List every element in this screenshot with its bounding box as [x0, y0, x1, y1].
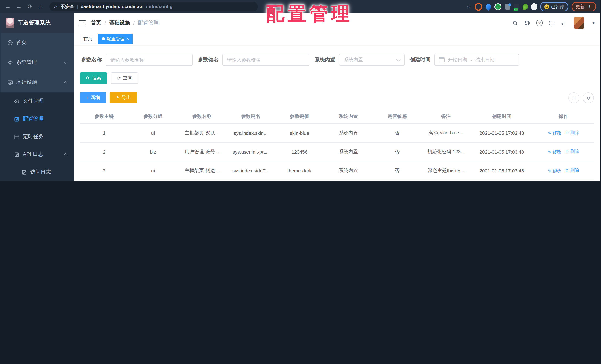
extension-orange-ring-icon[interactable] — [474, 3, 482, 10]
avatar[interactable] — [574, 17, 584, 29]
cell-actions: ✎修改删除 — [533, 180, 594, 181]
browser-actions: ☆ ✓ cn 已暂停 更新 ⋮ — [467, 2, 596, 11]
browser-update-button[interactable]: 更新 ⋮ — [572, 2, 596, 11]
breadcrumb-home[interactable]: 首页 — [91, 20, 101, 26]
browser-home-icon[interactable]: ⌂ — [37, 0, 45, 13]
font-size-icon[interactable] — [561, 20, 566, 26]
browser-back-icon[interactable]: ← — [4, 0, 12, 13]
browser-menu-icon[interactable]: ⋮ — [588, 4, 592, 9]
extension-grey-icon[interactable] — [505, 4, 510, 10]
app-logo-row[interactable]: 芋道管理系统 — [0, 13, 74, 32]
extension-green-check-icon[interactable]: ✓ — [494, 3, 501, 10]
cell-key: sys.index.sideT... — [226, 161, 275, 180]
trash-icon — [565, 131, 569, 135]
export-button[interactable]: 导出 — [110, 92, 137, 103]
sidebar-item-config-manage[interactable]: 配置管理 — [0, 110, 74, 128]
paused-badge[interactable]: 已暂停 — [540, 2, 568, 11]
paused-label: 已暂停 — [551, 3, 564, 10]
refresh-table-button[interactable] — [583, 92, 594, 103]
edit-square-icon — [14, 116, 20, 122]
security-warning-icon: ⚠ — [54, 4, 58, 9]
browser-reload-icon[interactable]: ⟳ — [26, 0, 34, 13]
security-label[interactable]: 不安全 — [60, 3, 74, 10]
search-icon — [86, 76, 90, 80]
sidebar-item-system[interactable]: 系统管理 — [0, 52, 74, 72]
cell-name: 主框架页-默认... — [177, 123, 226, 142]
cell-name: 主框架页-侧边... — [177, 161, 226, 180]
table-row: 1ui主框架页-默认...sys.index.skin...skin-blue系… — [80, 123, 594, 142]
col-remark: 备注 — [421, 109, 470, 123]
cell-sensitive: 否 — [373, 161, 421, 180]
tab-config-manage[interactable]: 配置管理 × — [98, 34, 133, 44]
cell-sensitive: 否 — [373, 123, 421, 142]
delete-label: 删除 — [570, 130, 579, 136]
chevron-up-icon — [64, 153, 68, 157]
table-tools — [568, 92, 594, 103]
address-bar[interactable]: ⚠ 不安全 | dashboard.yudao.iocoder.cn/infra… — [50, 2, 258, 11]
param-key-label: 参数键名 — [198, 57, 219, 63]
export-button-label: 导出 — [122, 95, 131, 101]
search-icon[interactable] — [512, 20, 518, 26]
col-created: 创建时间 — [471, 109, 533, 123]
start-date-placeholder: 开始日期 — [448, 57, 467, 63]
sidebar-item-access-logs[interactable]: 访问日志 — [0, 163, 74, 181]
sidebar-item-label: 访问日志 — [30, 169, 51, 175]
breadcrumb-infra[interactable]: 基础设施 — [109, 20, 130, 26]
tab-label: 配置管理 — [107, 36, 124, 42]
sidebar-item-label: 首页 — [16, 39, 27, 46]
edit-link[interactable]: ✎修改 — [548, 149, 561, 155]
edit-link[interactable]: ✎修改 — [548, 168, 561, 174]
builtin-select[interactable]: 系统内置 — [339, 54, 405, 66]
extension-translate-icon[interactable]: cn — [514, 4, 519, 10]
edit-link[interactable]: ✎修改 — [548, 130, 561, 136]
date-range-picker[interactable]: 开始日期 - 结束日期 — [434, 54, 519, 66]
add-button[interactable]: + 新增 — [80, 92, 106, 103]
breadcrumb-current: 配置管理 — [138, 20, 159, 26]
search-button[interactable]: 搜索 — [80, 72, 107, 84]
calendar-task-icon — [14, 134, 20, 140]
sidebar-item-label: 系统管理 — [16, 59, 37, 66]
date-range-separator: - — [471, 57, 472, 63]
reset-button[interactable]: ⟳ 重置 — [111, 72, 138, 84]
sidebar: 芋道管理系统 首页 系统管理 基础设施 — [0, 13, 74, 181]
help-icon[interactable]: ? — [536, 20, 543, 26]
param-key-input[interactable] — [222, 54, 310, 66]
tab-home[interactable]: 首页 — [80, 34, 96, 44]
cell-value: 123456 — [275, 142, 324, 161]
cell-remark: 深色主题theme... — [421, 161, 470, 180]
sidebar-item-home[interactable]: 首页 — [0, 32, 74, 52]
avatar-caret-down-icon[interactable]: ▾ — [592, 20, 595, 25]
delete-link[interactable]: 删除 — [565, 130, 579, 136]
edit-pencil-icon: ✎ — [548, 131, 551, 136]
sidebar-collapse-icon[interactable] — [79, 20, 86, 25]
fullscreen-icon[interactable] — [549, 20, 555, 26]
cn-badge: cn — [514, 8, 518, 11]
extension-blue-pin-icon[interactable] — [484, 3, 492, 10]
cell-builtin: 系统内置 — [324, 142, 373, 161]
plus-icon: + — [86, 95, 89, 100]
col-id: 参数主键 — [80, 109, 129, 123]
param-name-input[interactable] — [106, 54, 193, 66]
browser-forward-icon[interactable]: → — [15, 0, 23, 13]
cell-sensitive: 否 — [373, 180, 421, 181]
delete-link[interactable]: 删除 — [565, 167, 579, 174]
sidebar-item-file-manage[interactable]: 文件管理 — [0, 92, 74, 110]
cell-key: sys.user.init-pa... — [226, 142, 275, 161]
reset-button-label: 重置 — [123, 75, 132, 81]
cell-remark: 蓝色 skin-blue... — [421, 123, 470, 142]
extensions-puzzle-icon[interactable] — [531, 4, 537, 10]
monitor-icon — [7, 80, 13, 85]
sidebar-item-scheduled-jobs[interactable]: 定时任务 — [0, 128, 74, 145]
tab-close-icon[interactable]: × — [126, 37, 129, 41]
sidebar-item-api-logs[interactable]: API 日志 — [0, 145, 74, 163]
cell-sensitive: 否 — [373, 142, 421, 161]
col-group: 参数分组 — [129, 109, 177, 123]
toggle-search-button[interactable] — [568, 92, 579, 103]
github-icon[interactable] — [524, 20, 530, 26]
delete-link[interactable]: 删除 — [565, 149, 579, 155]
bookmark-star-icon[interactable]: ☆ — [467, 4, 471, 10]
dashboard-icon — [7, 40, 13, 45]
sidebar-item-label: 基础设施 — [16, 79, 37, 86]
sidebar-item-infra[interactable]: 基础设施 — [0, 72, 74, 92]
extension-sprout-icon[interactable] — [522, 4, 528, 10]
